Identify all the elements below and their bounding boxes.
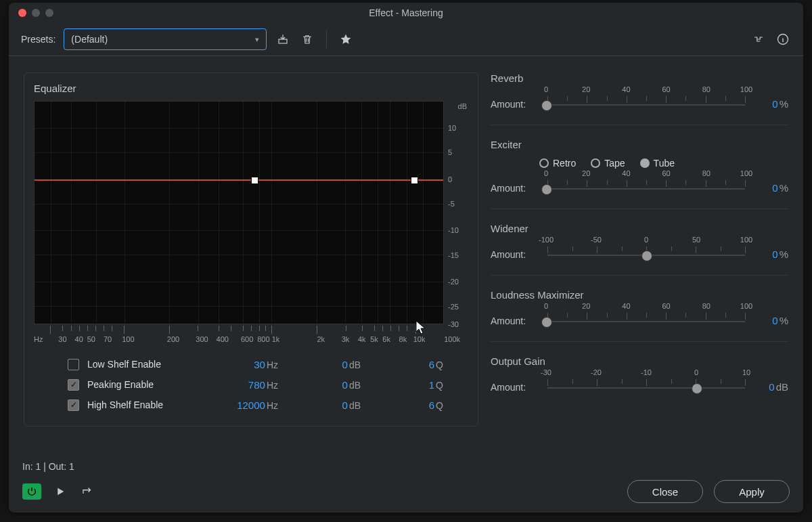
delete-preset-icon[interactable]	[299, 31, 315, 47]
exciter-value[interactable]: 0	[772, 182, 777, 194]
eq-parameters: Low Shelf Enable 30Hz 0dB 6Q Peaking Ena…	[34, 354, 468, 415]
peaking-label: Peaking Enable	[87, 379, 196, 390]
peaking-q-value[interactable]: 1	[429, 379, 434, 391]
presets-selected-value: (Default)	[71, 34, 108, 45]
presets-label: Presets:	[21, 34, 55, 45]
apply-button[interactable]: Apply	[714, 480, 790, 503]
eq-handle-peaking[interactable]	[251, 177, 258, 184]
eq-graph[interactable]	[34, 101, 444, 324]
power-toggle[interactable]	[22, 483, 41, 500]
reverb-section: Reverb Amount: 0 20 40 60 80 100	[491, 72, 788, 111]
reverb-amount-label: Amount:	[491, 99, 538, 111]
info-icon[interactable]	[775, 31, 791, 47]
output-gain-section: Output Gain Amount: -30 -20 -10 0 10	[491, 355, 788, 394]
play-icon[interactable]	[52, 483, 68, 500]
exciter-amount-slider[interactable]: 0 20 40 60 80 100	[546, 172, 746, 195]
titlebar: Effect - Mastering	[9, 3, 803, 23]
reverb-title: Reverb	[491, 72, 788, 84]
svg-rect-0	[279, 39, 287, 43]
loudness-amount-slider[interactable]: 0 20 40 60 80 100	[546, 305, 746, 328]
peaking-gain-value[interactable]: 0	[342, 379, 348, 391]
loudness-title: Loudness Maximizer	[491, 289, 788, 301]
loudness-amount-label: Amount:	[491, 316, 538, 328]
x-axis-unit: Hz	[34, 335, 43, 343]
output-amount-label: Amount:	[491, 382, 538, 394]
peaking-enable-checkbox[interactable]	[68, 379, 79, 391]
window-title: Effect - Mastering	[9, 7, 803, 18]
exciter-title: Exciter	[491, 139, 788, 150]
side-controls: Reverb Amount: 0 20 40 60 80 100	[491, 72, 788, 427]
routing-icon[interactable]	[750, 31, 767, 47]
exciter-section: Exciter Retro Tape Tube Amount: 0 20 40 …	[491, 139, 788, 195]
widener-section: Widener Amount: -100 -50 0 50 100	[491, 223, 788, 261]
effect-mastering-window: Effect - Mastering Presets: (Default) ▾ …	[9, 3, 803, 513]
eq-y-axis: dB 10 5 0 -5 -10 -15 -20 -25 -30	[444, 101, 468, 324]
loudness-value[interactable]: 0	[772, 315, 777, 326]
exciter-mode-retro[interactable]: Retro	[539, 158, 576, 169]
eq-handle-high-shelf[interactable]	[411, 177, 418, 184]
reverb-slider-knob[interactable]	[541, 100, 552, 111]
high-shelf-q-value[interactable]: 6	[429, 399, 434, 411]
loudness-slider-knob[interactable]	[541, 317, 552, 328]
widener-value[interactable]: 0	[772, 248, 777, 260]
high-shelf-label: High Shelf Enable	[87, 399, 196, 410]
exciter-amount-label: Amount:	[491, 183, 538, 195]
equalizer-panel: Equalizer	[24, 72, 478, 427]
save-preset-icon[interactable]	[275, 31, 291, 47]
equalizer-title: Equalizer	[34, 83, 468, 94]
high-shelf-enable-checkbox[interactable]	[68, 399, 79, 411]
output-slider-knob[interactable]	[692, 383, 702, 394]
io-status: In: 1 | Out: 1	[22, 461, 790, 472]
eq-row-high-shelf: High Shelf Enable 12000Hz 0dB 6Q	[68, 395, 468, 415]
chevron-down-icon: ▾	[255, 35, 259, 44]
high-shelf-gain-value[interactable]: 0	[342, 399, 348, 411]
reverb-amount-slider[interactable]: 0 20 40 60 80 100	[546, 88, 746, 111]
presets-select[interactable]: (Default) ▾	[64, 28, 267, 50]
low-shelf-q-value[interactable]: 6	[429, 359, 434, 370]
loudness-section: Loudness Maximizer Amount: 0 20 40 60 80…	[491, 289, 788, 328]
output-gain-title: Output Gain	[491, 355, 788, 367]
y-axis-unit: dB	[458, 102, 467, 110]
eq-x-axis: Hz 30 40 50 70 100 200 300 400	[34, 324, 444, 347]
exciter-mode-tape[interactable]: Tape	[591, 158, 625, 169]
widener-slider-knob[interactable]	[641, 251, 652, 261]
low-shelf-enable-checkbox[interactable]	[68, 359, 79, 370]
low-shelf-gain-value[interactable]: 0	[342, 359, 348, 370]
low-shelf-freq-value[interactable]: 30	[254, 359, 265, 370]
widener-amount-label: Amount:	[491, 249, 538, 261]
eq-row-low-shelf: Low Shelf Enable 30Hz 0dB 6Q	[68, 354, 468, 374]
widener-title: Widener	[491, 223, 788, 234]
close-button[interactable]: Close	[627, 480, 703, 503]
reverb-value[interactable]: 0	[772, 98, 777, 110]
main-content: Equalizer	[9, 56, 803, 433]
high-shelf-freq-value[interactable]: 12000	[237, 399, 265, 411]
exciter-mode-tube[interactable]: Tube	[640, 158, 675, 169]
peaking-freq-value[interactable]: 780	[248, 379, 265, 391]
eq-graph-area: dB 10 5 0 -5 -10 -15 -20 -25 -30	[34, 101, 468, 324]
footer: In: 1 | Out: 1 Close Apply	[9, 454, 803, 513]
exciter-slider-knob[interactable]	[541, 184, 552, 195]
eq-row-peaking: Peaking Enable 780Hz 0dB 1Q	[68, 374, 468, 395]
output-value[interactable]: 0	[769, 381, 774, 393]
toolbar: Presets: (Default) ▾	[9, 23, 803, 56]
loop-icon[interactable]	[79, 483, 95, 500]
low-shelf-label: Low Shelf Enable	[87, 359, 196, 370]
output-gain-slider[interactable]: -30 -20 -10 0 10	[546, 371, 746, 394]
widener-amount-slider[interactable]: -100 -50 0 50 100	[546, 238, 746, 261]
toolbar-separator	[326, 30, 327, 48]
eq-curve	[35, 179, 443, 181]
favorite-icon[interactable]	[338, 31, 354, 47]
